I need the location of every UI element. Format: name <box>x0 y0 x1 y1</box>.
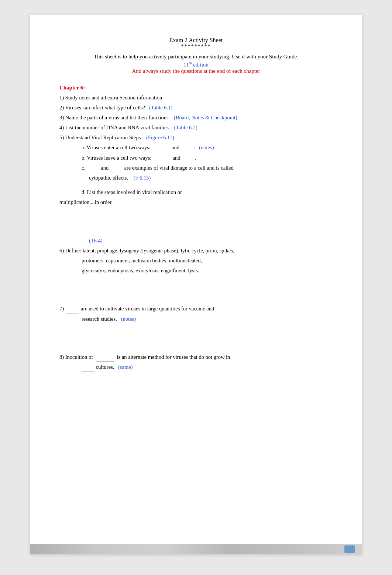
sub-item-5c: c. and are examples of viral damage to a… <box>82 164 333 172</box>
header-description: This sheet is to help you actively parti… <box>59 52 333 61</box>
page: Exam 2 Activity Sheet ********* This she… <box>30 15 362 554</box>
blank-7 <box>66 308 79 313</box>
item-6-cont1: protomers, capsomers, inclusion bodies, … <box>82 256 333 265</box>
item-6: 6) Define: latent, prophage, lysogeny (l… <box>59 246 333 255</box>
sub-item-5d-cont: multiplication....in order. <box>59 198 333 207</box>
item-6-cont2: glycocalyx, endocytosis, exocytosis, eng… <box>82 266 333 275</box>
item-8: 8) Inocultion of is an alternate method … <box>59 353 333 361</box>
sub-item-5b: b. Viruses leave a cell two ways: and . <box>82 154 333 162</box>
blank-5c-1 <box>87 167 100 172</box>
ref-table61: (Table 6.1) <box>149 105 172 110</box>
stars-decoration: ********* <box>59 44 333 50</box>
item-7-cont: research studies. (notes) <box>82 315 333 323</box>
study-reminder: And always study the questions at the en… <box>59 68 333 74</box>
item-3: 3) Name the parts of a virus and list th… <box>59 113 333 122</box>
content-body: Chapter 6: 1) Study notes and all extra … <box>59 83 333 372</box>
item-5: 5) Understand Viral Replication Steps. (… <box>59 133 333 142</box>
t64-ref: (T6.4) <box>89 237 333 245</box>
item-2: 2) Viruses can infect what type of cells… <box>59 103 333 112</box>
ref-figure611: (Figure 6.11) <box>146 135 174 140</box>
ref-notes-5a: (notes) <box>199 144 214 150</box>
edition-label: 11th edition <box>59 61 333 68</box>
ref-f615-label: (F 6.15) <box>134 175 151 181</box>
item-8-cont: cultures. (same) <box>82 363 333 371</box>
blank-5b-1 <box>153 157 171 162</box>
sub-item-5a: a. Viruses enter a cell two ways: and . … <box>82 143 333 152</box>
header: Exam 2 Activity Sheet ********* This she… <box>59 37 333 74</box>
exam-title: Exam 2 Activity Sheet <box>59 37 333 44</box>
ref-t64: (T6.4) <box>89 238 103 244</box>
bottom-bar <box>30 544 362 554</box>
sub-item-5d: d. List the steps involved in viral repl… <box>82 188 333 197</box>
blank-5b-2 <box>182 157 195 162</box>
item-7: 7) are used to cultivate viruses in larg… <box>59 304 333 313</box>
blank-5a-1 <box>152 147 171 152</box>
ref-notes-7: (notes) <box>121 316 136 322</box>
sub-item-5c-cont: cytopathic effects. (T6.4) (F 6.15) <box>89 174 333 182</box>
page-number <box>344 545 355 553</box>
blank-5c-2 <box>110 167 123 172</box>
chapter-label: Chapter 6: <box>59 83 333 92</box>
ref-table62: (Table 6.2) <box>174 125 197 130</box>
blank-8-cultures <box>82 366 94 371</box>
ref-board-notes: (Board, Notes & Checkpoint) <box>174 115 237 120</box>
ref-same-8: (same) <box>118 364 133 370</box>
item-4: 4) List the number of DNA and RNA viral … <box>59 123 333 132</box>
blank-8 <box>96 356 114 361</box>
item-1: 1) Study notes and all extra Section inf… <box>59 93 333 102</box>
blank-5a-2 <box>181 147 194 152</box>
